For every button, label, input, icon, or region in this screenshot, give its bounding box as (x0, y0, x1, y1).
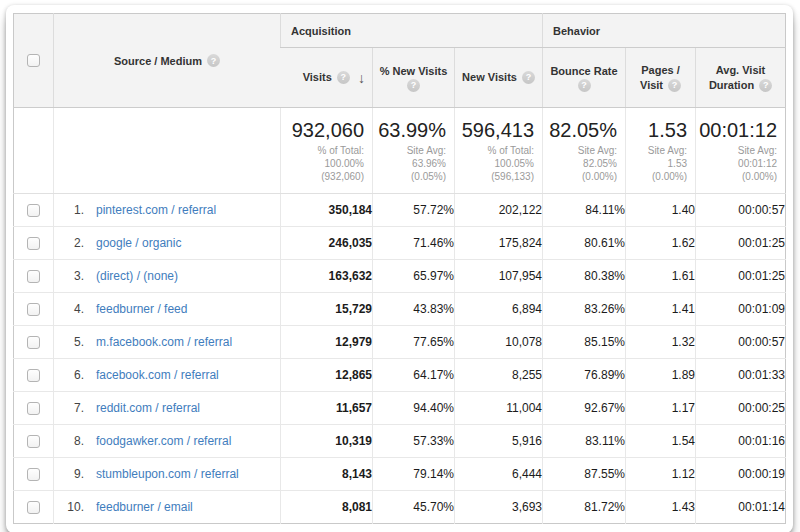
column-header-avg-visit-duration[interactable]: Avg. Visit Duration ? (696, 48, 786, 108)
row-checkbox-cell (14, 458, 54, 491)
table-row: 4.feedburner / feed 15,729 43.83% 6,894 … (14, 293, 786, 326)
row-rank: 9. (54, 467, 84, 481)
new-visits-cell: 11,004 (455, 392, 543, 425)
row-rank: 2. (54, 236, 84, 250)
avg-duration-cell: 00:01:33 (696, 359, 786, 392)
source-medium-link[interactable]: reddit.com / referral (96, 401, 200, 415)
help-icon[interactable]: ? (407, 79, 420, 92)
row-checkbox-cell (14, 194, 54, 227)
table-row: 5.m.facebook.com / referral 12,979 77.65… (14, 326, 786, 359)
summary-new-visits: 596,413 % of Total: 100.05% (596,133) (455, 108, 543, 194)
table-row: 9.stumbleupon.com / referral 8,143 79.14… (14, 458, 786, 491)
row-checkbox-cell (14, 293, 54, 326)
source-medium-link[interactable]: foodgawker.com / referral (96, 434, 231, 448)
visits-cell: 11,657 (281, 392, 373, 425)
summary-new-visits-value: 596,413 (455, 118, 534, 142)
new-visits-cell: 175,824 (455, 227, 543, 260)
pct-new-visits-cell: 64.17% (373, 359, 455, 392)
summary-bounce-value: 82.05% (543, 118, 617, 142)
help-icon[interactable]: ? (578, 79, 591, 92)
column-header-pct-new-visits[interactable]: % New Visits ? (373, 48, 455, 108)
pages-visit-cell: 1.61 (626, 260, 696, 293)
pct-new-visits-cell: 45.70% (373, 491, 455, 524)
source-medium-link[interactable]: feedburner / feed (96, 302, 187, 316)
new-visits-cell: 8,255 (455, 359, 543, 392)
help-icon[interactable]: ? (207, 54, 220, 67)
pct-new-visits-cell: 77.65% (373, 326, 455, 359)
bounce-rate-cell: 84.11% (543, 194, 626, 227)
avg-duration-cell: 00:01:16 (696, 425, 786, 458)
row-checkbox[interactable] (27, 204, 40, 217)
row-rank: 3. (54, 269, 84, 283)
help-icon[interactable]: ? (337, 71, 350, 84)
new-visits-cell: 3,693 (455, 491, 543, 524)
summary-empty-check-cell (14, 108, 54, 194)
select-all-cell (14, 14, 54, 108)
column-header-source-medium[interactable]: Source / Medium ? (54, 14, 281, 108)
help-icon[interactable]: ? (522, 71, 535, 84)
source-medium-label: Source / Medium (114, 55, 202, 67)
pct-new-visits-cell: 57.72% (373, 194, 455, 227)
row-checkbox[interactable] (27, 402, 40, 415)
avg-duration-label-line2: Duration (709, 78, 754, 93)
row-checkbox[interactable] (27, 270, 40, 283)
pages-visit-cell: 1.62 (626, 227, 696, 260)
row-checkbox[interactable] (27, 435, 40, 448)
row-source-cell: 3.(direct) / (none) (54, 260, 281, 293)
pages-visit-cell: 1.40 (626, 194, 696, 227)
bounce-rate-cell: 87.55% (543, 458, 626, 491)
summary-pct-new-visits: 63.99% Site Avg: 63.96% (0.05%) (373, 108, 455, 194)
source-medium-link[interactable]: (direct) / (none) (96, 269, 178, 283)
row-checkbox[interactable] (27, 501, 40, 514)
table-row: 3.(direct) / (none) 163,632 65.97% 107,9… (14, 260, 786, 293)
table-row: 8.foodgawker.com / referral 10,319 57.33… (14, 425, 786, 458)
row-checkbox[interactable] (27, 237, 40, 250)
select-all-checkbox[interactable] (27, 54, 40, 67)
avg-duration-cell: 00:01:25 (696, 260, 786, 293)
summary-empty-source-cell (54, 108, 281, 194)
row-checkbox[interactable] (27, 369, 40, 382)
column-header-pages-visit[interactable]: Pages / Visit ? (626, 48, 696, 108)
summary-bounce-rate: 82.05% Site Avg: 82.05% (0.00%) (543, 108, 626, 194)
new-visits-cell: 5,916 (455, 425, 543, 458)
visits-cell: 12,979 (281, 326, 373, 359)
row-source-cell: 10.feedburner / email (54, 491, 281, 524)
bounce-rate-cell: 76.89% (543, 359, 626, 392)
new-visits-cell: 6,444 (455, 458, 543, 491)
column-header-new-visits[interactable]: New Visits ? (455, 48, 543, 108)
new-visits-cell: 202,122 (455, 194, 543, 227)
source-medium-link[interactable]: m.facebook.com / referral (96, 335, 232, 349)
pages-visit-label-line2: Visit (640, 78, 663, 93)
help-icon[interactable]: ? (668, 79, 681, 92)
row-checkbox[interactable] (27, 303, 40, 316)
pages-visit-label-line1: Pages / (641, 63, 680, 78)
visits-cell: 163,632 (281, 260, 373, 293)
row-checkbox[interactable] (27, 468, 40, 481)
help-icon[interactable]: ? (759, 79, 772, 92)
new-visits-label: New Visits (462, 70, 517, 85)
summary-visits: 932,060 % of Total: 100.00% (932,060) (281, 108, 373, 194)
table-header: Source / Medium ? Acquisition Behavior V… (14, 14, 786, 108)
summary-new-visits-subtext: % of Total: 100.05% (596,133) (455, 144, 534, 183)
source-medium-link[interactable]: feedburner / email (96, 500, 193, 514)
pages-visit-cell: 1.32 (626, 326, 696, 359)
pages-visit-cell: 1.17 (626, 392, 696, 425)
source-medium-link[interactable]: facebook.com / referral (96, 368, 219, 382)
source-medium-table: Source / Medium ? Acquisition Behavior V… (13, 13, 786, 524)
row-rank: 4. (54, 302, 84, 316)
row-checkbox-cell (14, 491, 54, 524)
source-medium-link[interactable]: pinterest.com / referral (96, 203, 216, 217)
source-medium-link[interactable]: stumbleupon.com / referral (96, 467, 239, 481)
row-checkbox[interactable] (27, 336, 40, 349)
summary-bounce-subtext: Site Avg: 82.05% (0.00%) (543, 144, 617, 183)
column-header-bounce-rate[interactable]: Bounce Rate ? (543, 48, 626, 108)
column-header-visits[interactable]: Visits ? ↓ (281, 48, 373, 108)
row-source-cell: 7.reddit.com / referral (54, 392, 281, 425)
new-visits-cell: 10,078 (455, 326, 543, 359)
new-visits-cell: 107,954 (455, 260, 543, 293)
sort-descending-icon[interactable]: ↓ (358, 70, 365, 86)
table-row: 10.feedburner / email 8,081 45.70% 3,693… (14, 491, 786, 524)
new-visits-cell: 6,894 (455, 293, 543, 326)
source-medium-link[interactable]: google / organic (96, 236, 181, 250)
row-source-cell: 1.pinterest.com / referral (54, 194, 281, 227)
